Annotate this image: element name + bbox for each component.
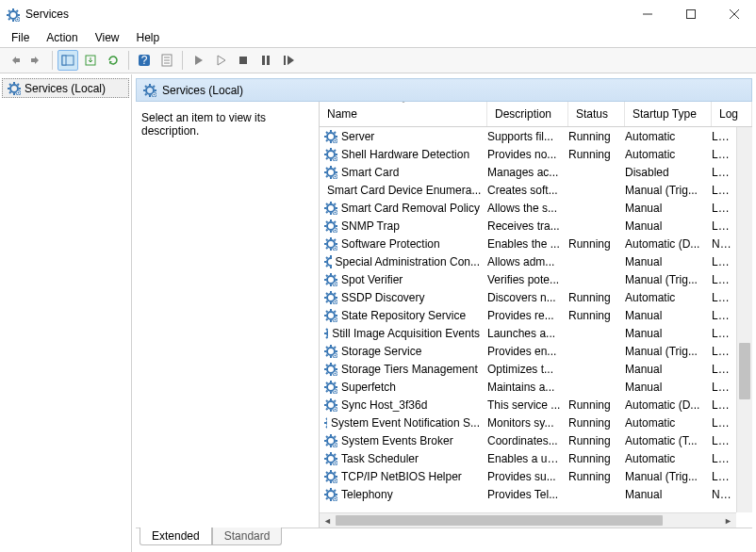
service-row[interactable]: Special Administration Con...Allows adm.… xyxy=(320,252,736,270)
service-row[interactable]: ServerSupports fil...RunningAutomaticLoc xyxy=(320,127,736,145)
service-logon: Loc xyxy=(712,434,736,447)
service-icon xyxy=(323,236,337,251)
service-logon: Loc xyxy=(712,398,736,412)
service-icon xyxy=(323,272,337,286)
scroll-right-button[interactable]: ► xyxy=(720,513,736,528)
service-description: Receives tra... xyxy=(487,219,568,233)
service-row[interactable]: SuperfetchMaintains a...ManualLoc xyxy=(320,378,736,396)
pause-service-button[interactable] xyxy=(255,50,276,71)
tab-standard[interactable]: Standard xyxy=(212,528,283,545)
column-header-logon[interactable]: Log xyxy=(712,102,752,126)
service-icon xyxy=(323,129,337,143)
service-status: Running xyxy=(568,237,625,251)
service-description: Provides Tel... xyxy=(487,488,568,501)
service-row[interactable]: SNMP TrapReceives tra...ManualLoc xyxy=(320,217,736,235)
service-row[interactable]: Spot VerifierVerifies pote...Manual (Tri… xyxy=(320,270,736,288)
window-title: Services xyxy=(25,8,626,21)
menu-view[interactable]: View xyxy=(88,29,127,46)
tree-node-services-local[interactable]: Services (Local) xyxy=(2,78,129,98)
stop-service-button[interactable] xyxy=(233,50,254,71)
menu-action[interactable]: Action xyxy=(39,29,85,46)
properties-button[interactable] xyxy=(156,50,177,71)
service-logon: Loc xyxy=(712,184,736,197)
scrollbar-thumb[interactable] xyxy=(739,343,750,399)
horizontal-scrollbar[interactable]: ◄ ► xyxy=(320,512,736,528)
service-row[interactable]: TelephonyProvides Tel...ManualNet xyxy=(320,485,736,503)
service-row[interactable]: Smart CardManages ac...DisabledLoc xyxy=(320,163,736,181)
service-logon: Loc xyxy=(712,416,736,430)
column-header-name[interactable]: ˄ Name xyxy=(320,102,487,126)
service-row[interactable]: State Repository ServiceProvides re...Ru… xyxy=(320,306,736,324)
vertical-scrollbar[interactable] xyxy=(736,127,752,512)
service-startup: Automatic xyxy=(625,416,712,430)
service-status: Running xyxy=(568,434,625,447)
show-hide-tree-button[interactable] xyxy=(58,50,78,71)
service-name: SNMP Trap xyxy=(341,219,400,233)
service-row[interactable]: Smart Card Device Enumera...Creates soft… xyxy=(320,181,736,199)
service-row[interactable]: Sync Host_3f36dThis service ...RunningAu… xyxy=(320,396,736,414)
service-row[interactable]: Shell Hardware DetectionProvides no...Ru… xyxy=(320,145,736,163)
service-status: Running xyxy=(568,148,625,161)
minimize-button[interactable] xyxy=(626,0,669,28)
service-startup: Disabled xyxy=(625,166,712,179)
service-row[interactable]: System Event Notification S...Monitors s… xyxy=(320,414,736,431)
service-name: Sync Host_3f36d xyxy=(341,398,427,412)
service-logon: Loc xyxy=(712,255,736,268)
column-header-startup[interactable]: Startup Type xyxy=(625,102,712,126)
service-startup: Manual xyxy=(625,255,712,268)
service-name: Software Protection xyxy=(341,237,440,251)
service-row[interactable]: TCP/IP NetBIOS HelperProvides su...Runni… xyxy=(320,467,736,485)
svg-rect-27 xyxy=(284,56,286,65)
column-header-description[interactable]: Description xyxy=(487,102,568,126)
detail-pane: Services (Local) Select an item to view … xyxy=(132,74,756,552)
service-row[interactable]: SSDP DiscoveryDiscovers n...RunningAutom… xyxy=(320,288,736,306)
service-logon: Loc xyxy=(712,309,736,322)
menu-help[interactable]: Help xyxy=(129,29,168,46)
service-startup: Automatic xyxy=(625,452,712,465)
service-startup: Manual xyxy=(625,488,712,501)
service-row[interactable]: Storage Tiers ManagementOptimizes t...Ma… xyxy=(320,360,736,378)
scroll-left-button[interactable]: ◄ xyxy=(320,513,336,528)
refresh-button[interactable] xyxy=(103,50,123,71)
service-icon xyxy=(323,344,337,358)
tab-extended[interactable]: Extended xyxy=(140,528,212,545)
main-area: Services (Local) Services (Local) Select… xyxy=(0,73,756,552)
service-description: Enables the ... xyxy=(487,237,568,251)
service-startup: Automatic (T... xyxy=(625,434,712,447)
back-button[interactable] xyxy=(4,50,25,71)
start-service-button[interactable] xyxy=(188,50,208,71)
forward-button[interactable] xyxy=(26,50,47,71)
service-startup: Manual (Trig... xyxy=(625,184,712,197)
scrollbar-thumb[interactable] xyxy=(336,515,663,526)
service-row[interactable]: Still Image Acquisition EventsLaunches a… xyxy=(320,324,736,342)
service-logon: Loc xyxy=(712,345,736,358)
menubar: File Action View Help xyxy=(0,28,756,47)
service-startup: Manual xyxy=(625,219,712,233)
maximize-button[interactable] xyxy=(669,0,713,28)
export-list-button[interactable] xyxy=(80,50,101,71)
service-icon xyxy=(323,254,332,268)
service-status: Running xyxy=(568,470,625,483)
service-row[interactable]: Smart Card Removal PolicyAllows the s...… xyxy=(320,199,736,217)
service-icon xyxy=(323,380,337,394)
service-logon: Loc xyxy=(712,202,736,215)
service-row[interactable]: Software ProtectionEnables the ...Runnin… xyxy=(320,235,736,252)
service-logon: Net xyxy=(712,488,736,501)
start-service-button-2[interactable] xyxy=(210,50,231,71)
service-icon xyxy=(323,290,337,304)
restart-service-button[interactable] xyxy=(278,50,299,71)
column-header-status[interactable]: Status xyxy=(568,102,625,126)
service-row[interactable]: Storage ServiceProvides en...Manual (Tri… xyxy=(320,342,736,360)
service-row[interactable]: System Events BrokerCoordinates...Runnin… xyxy=(320,431,736,449)
service-description: Manages ac... xyxy=(487,166,568,179)
help-button[interactable]: ? xyxy=(134,50,155,71)
service-description: Coordinates... xyxy=(487,434,568,447)
service-row[interactable]: Task SchedulerEnables a us...RunningAuto… xyxy=(320,449,736,467)
service-status: Running xyxy=(568,398,625,412)
service-startup: Manual xyxy=(625,309,712,322)
close-button[interactable] xyxy=(713,0,756,28)
service-name: Special Administration Con... xyxy=(336,255,480,268)
service-startup: Automatic xyxy=(625,291,712,304)
menu-file[interactable]: File xyxy=(4,29,37,46)
description-prompt: Select an item to view its description. xyxy=(141,111,266,138)
